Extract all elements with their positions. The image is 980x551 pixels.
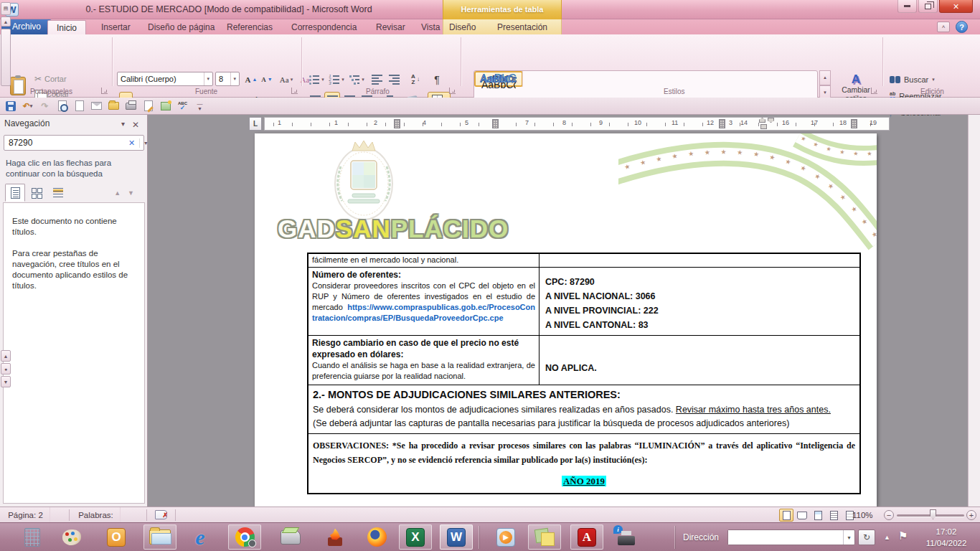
tab-referencias[interactable]: Referencias xyxy=(218,20,281,34)
section2-cell[interactable]: 2.- MONTOS DE ADJUDICACIONES SIMILARES A… xyxy=(308,385,859,433)
observaciones-cell[interactable]: OBSERVACIONES: *Se ha procedido a revisa… xyxy=(308,434,859,493)
cpc-cell[interactable]: CPC: 87290 A NIVEL NACIONAL: 3066 A NIVE… xyxy=(540,268,859,335)
save-button[interactable] xyxy=(4,100,17,112)
search-input[interactable] xyxy=(4,138,124,148)
taskbar-calculator[interactable] xyxy=(16,524,49,550)
view-ruler-toggle-button[interactable]: ▤ xyxy=(1,2,11,15)
search-prev-next-arrows[interactable]: ▲▼ xyxy=(114,189,141,197)
scroll-up-arrow[interactable]: ▲ xyxy=(1,17,11,27)
insert-picture-button[interactable] xyxy=(159,100,171,112)
oferentes-cell[interactable]: Número de oferentes: Considerar proveedo… xyxy=(308,268,540,335)
indent-markers[interactable] xyxy=(759,118,776,130)
table-cell[interactable]: fácilmente en el mercado local y naciona… xyxy=(308,254,540,267)
taskbar-excel[interactable]: X xyxy=(399,524,432,550)
redo-button[interactable]: ↷ xyxy=(39,100,51,112)
search-clear-icon[interactable]: ✕ xyxy=(124,138,140,148)
taskbar-scanner[interactable] xyxy=(274,524,307,550)
paragraph-dialog-launcher[interactable] xyxy=(449,88,456,94)
browse-results-tab[interactable] xyxy=(48,184,68,202)
taskbar-clock[interactable]: 17:02 11/04/2022 xyxy=(917,526,976,549)
minimize-button[interactable] xyxy=(897,0,917,13)
address-dropdown-arrow[interactable]: ▾ xyxy=(843,530,854,545)
zoom-in-button[interactable]: + xyxy=(966,510,976,520)
taskbar-file-explorer[interactable] xyxy=(143,524,176,550)
close-button[interactable]: × xyxy=(939,0,973,13)
zoom-slider-thumb[interactable] xyxy=(930,509,936,519)
increase-indent-button[interactable] xyxy=(386,72,402,87)
help-button[interactable]: ? xyxy=(956,21,968,33)
address-input[interactable] xyxy=(728,530,843,545)
previous-page-button[interactable]: ▲ xyxy=(1,350,11,362)
pane-close-icon[interactable]: ✕ xyxy=(132,120,139,130)
styles-dialog-launcher[interactable] xyxy=(871,88,877,94)
ruler-column-marker[interactable] xyxy=(394,119,400,128)
print-layout-view-button[interactable] xyxy=(779,509,793,522)
outline-view-button[interactable] xyxy=(826,509,841,522)
zoom-percentage[interactable]: 110% xyxy=(852,507,873,523)
print-preview-button[interactable] xyxy=(56,100,68,112)
riesgo-value-cell[interactable]: NO APLICA. xyxy=(540,336,859,385)
tab-inicio[interactable]: Inicio xyxy=(47,20,86,34)
taskbar-paint[interactable] xyxy=(55,524,88,550)
clipboard-dialog-launcher[interactable] xyxy=(101,88,108,94)
next-page-button[interactable]: ▼ xyxy=(1,376,11,387)
page-indicator[interactable]: Página: 2 de 8 xyxy=(1,507,50,523)
tab-correspondencia[interactable]: Correspondencia xyxy=(283,20,365,34)
find-button[interactable]: Buscar▾ xyxy=(890,72,935,87)
browse-object-button[interactable]: ● xyxy=(1,363,11,375)
style-titulo4[interactable]: AaBbCcl Título 4 xyxy=(474,71,523,87)
riesgo-cell[interactable]: Riesgo cambiario en caso de que el preci… xyxy=(308,336,540,385)
scrollbar-thumb[interactable] xyxy=(1,29,11,86)
address-combo-box[interactable]: ▾ xyxy=(727,529,855,545)
taskbar-sticky-notes[interactable] xyxy=(528,524,561,550)
vertical-scrollbar[interactable] xyxy=(968,115,980,507)
ruler-column-marker[interactable] xyxy=(719,119,725,128)
proofing-errors-icon[interactable] xyxy=(155,510,167,519)
tab-diseno-pagina[interactable]: Diseño de página xyxy=(139,20,223,34)
show-hidden-icons-button[interactable]: ▲ xyxy=(884,534,890,541)
tab-revisar[interactable]: Revisar xyxy=(367,20,414,34)
document-page[interactable]: ★ ★ ★ ★ ★ ★ ★ ★ ★ ★ ★ ★ ★ ★ ★ ★ ★ ★ ★ ★ … xyxy=(255,133,877,507)
oferentes-link[interactable]: https://www.compraspublicas.gob.ec/Proce… xyxy=(312,303,535,322)
bullets-button[interactable]: ▾ xyxy=(307,72,326,87)
tab-stop-selector[interactable]: L xyxy=(249,117,262,131)
shrink-font-button[interactable]: A▼ xyxy=(260,72,274,87)
table-cell[interactable] xyxy=(540,254,859,267)
address-refresh-button[interactable]: ↻ xyxy=(858,529,875,545)
new-document-button[interactable] xyxy=(73,100,85,112)
taskbar-outlook[interactable]: O xyxy=(100,524,133,550)
minimize-ribbon-button[interactable]: ˄ xyxy=(937,22,950,32)
font-size-combo[interactable]: 8 ▾ xyxy=(215,72,240,86)
grow-font-button[interactable]: A▲ xyxy=(244,72,258,87)
show-marks-button[interactable]: ¶ xyxy=(429,72,445,87)
tab-presentacion[interactable]: Presentación xyxy=(497,20,547,34)
tab-insertar[interactable]: Insertar xyxy=(93,20,139,34)
sort-button[interactable]: AZ ↓ xyxy=(406,72,425,87)
numbering-button[interactable]: 123▾ xyxy=(327,72,346,87)
change-case-button[interactable]: Aa▾ xyxy=(277,72,296,87)
full-screen-reading-button[interactable] xyxy=(795,509,809,522)
cut-button[interactable]: ✂ Cortar xyxy=(34,72,67,86)
horizontal-ruler[interactable] xyxy=(264,117,890,131)
taskbar-media-player[interactable]: ▶ xyxy=(489,524,522,550)
tab-diseno-tabla[interactable]: Diseño xyxy=(449,20,476,34)
word-count[interactable]: Palabras: 1.217 xyxy=(72,507,121,523)
styles-scroll-up[interactable]: ▲ xyxy=(819,70,831,85)
quick-print-button[interactable] xyxy=(125,100,137,112)
taskbar-word[interactable]: W xyxy=(440,524,473,550)
ruler-column-marker[interactable] xyxy=(492,119,499,128)
open-button[interactable] xyxy=(108,100,120,112)
undo-button[interactable]: ↶▾ xyxy=(22,100,34,112)
taskbar-firefox[interactable] xyxy=(360,524,393,550)
spelling-button[interactable]: ABC✓ xyxy=(176,100,189,112)
taskbar-nero[interactable] xyxy=(319,524,352,550)
zoom-out-button[interactable]: − xyxy=(884,510,894,520)
pane-options-arrow[interactable]: ▾ xyxy=(121,120,125,128)
taskbar-autocad[interactable]: A xyxy=(570,524,603,550)
font-dialog-launcher[interactable] xyxy=(291,88,298,94)
taskbar-printer-info[interactable]: i xyxy=(610,524,643,550)
browse-headings-tab[interactable] xyxy=(5,184,25,202)
navigation-search-box[interactable]: ✕ ▾ xyxy=(4,135,144,151)
browse-pages-tab[interactable] xyxy=(27,184,47,202)
email-button[interactable] xyxy=(90,100,103,112)
